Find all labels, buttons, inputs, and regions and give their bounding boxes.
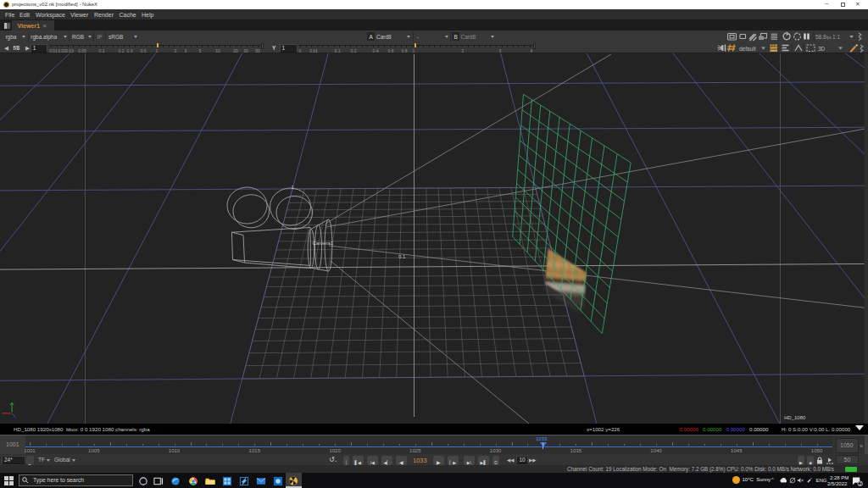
svg-text:HD_1080: HD_1080 — [784, 415, 806, 420]
svg-text:1:1: 1:1 — [832, 34, 840, 40]
svg-text:Camera1: Camera1 — [313, 241, 334, 246]
svg-text:0.1: 0.1 — [398, 254, 406, 259]
svg-text:2: 2 — [860, 480, 862, 485]
svg-text:58.8fps: 58.8fps — [815, 34, 832, 40]
svg-text:3D: 3D — [818, 46, 826, 52]
svg-text:default: default — [739, 46, 756, 52]
